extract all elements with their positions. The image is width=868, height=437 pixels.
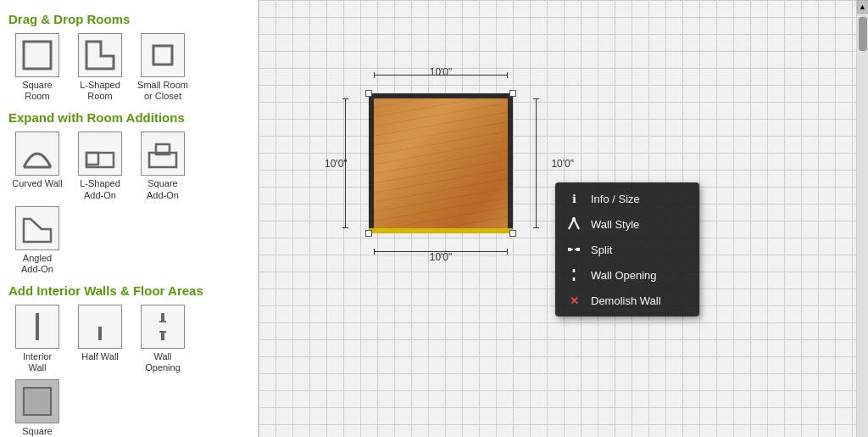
svg-rect-13: [24, 388, 51, 415]
section-drag-drop-title: Drag & Drop Rooms: [8, 12, 249, 26]
square-room-icon: [15, 33, 59, 77]
wall-opening-label: WallOpening: [145, 351, 181, 373]
small-room-icon: [141, 33, 185, 77]
sidebar-item-wall-opening[interactable]: WallOpening: [134, 305, 192, 373]
canvas-area[interactable]: 10'0" 10'0" 10'0" 10'0" ℹ Info / Size: [259, 0, 856, 437]
curved-wall-label: Curved Wall: [12, 178, 63, 189]
sidebar-item-small-room[interactable]: Small Roomor Closet: [134, 33, 192, 102]
room-border: [369, 93, 513, 233]
room-border-bottom: [369, 228, 513, 233]
square-addon-icon: [141, 132, 185, 176]
half-wall-icon: [78, 305, 122, 349]
corner-handle-tl[interactable]: [365, 90, 372, 97]
interior-wall-label: InteriorWall: [23, 351, 52, 373]
sidebar-item-lshaped-room[interactable]: L-ShapedRoom: [71, 33, 129, 102]
interior-row: InteriorWall Half Wall WallOpening: [8, 305, 249, 437]
ctx-wall-style-label: Wall Style: [591, 218, 639, 231]
lshaped-addon-label: L-ShapedAdd-On: [80, 178, 120, 200]
ctx-wall-opening[interactable]: Wall Opening: [555, 262, 699, 288]
corner-handle-bl[interactable]: [365, 230, 372, 237]
half-wall-label: Half Wall: [81, 351, 119, 362]
split-icon: [565, 241, 582, 258]
corner-handle-tr[interactable]: [509, 90, 516, 97]
context-menu: ℹ Info / Size Wall Style Split: [555, 182, 699, 317]
section-interior-title: Add Interior Walls & Floor Areas: [8, 283, 249, 298]
scrollbar-right: ▲: [856, 0, 868, 437]
lshaped-addon-icon: [78, 132, 122, 176]
room-container[interactable]: 10'0" 10'0" 10'0" 10'0": [369, 93, 513, 233]
lshaped-room-icon: [78, 33, 122, 77]
svg-point-15: [572, 217, 576, 221]
sidebar-item-floor-area[interactable]: SquareFloor Area: [8, 379, 66, 438]
square-room-label: SquareRoom: [22, 80, 52, 102]
sidebar: Drag & Drop Rooms SquareRoom L-ShapedRoo…: [0, 0, 259, 437]
ctx-info-size-label: Info / Size: [591, 193, 640, 205]
room-box[interactable]: [369, 93, 513, 233]
ctx-wall-style[interactable]: Wall Style: [555, 211, 699, 237]
ctx-split-label: Split: [591, 244, 612, 256]
rooms-row: SquareRoom L-ShapedRoom Small Roomor Clo…: [8, 33, 249, 102]
wall-opening-icon: [141, 305, 185, 349]
section-expand-title: Expand with Room Additions: [8, 110, 249, 125]
dim-label-bottom: 10'0": [430, 251, 453, 263]
svg-rect-4: [86, 153, 98, 165]
angled-addon-icon: [15, 206, 59, 250]
sidebar-item-lshaped-addon[interactable]: L-ShapedAdd-On: [71, 132, 129, 200]
ctx-demolish-label: Demolish Wall: [591, 294, 661, 307]
wall-opening-ctx-icon: [565, 266, 582, 283]
svg-rect-17: [576, 248, 580, 251]
sidebar-item-square-room[interactable]: SquareRoom: [8, 33, 66, 102]
svg-rect-16: [568, 248, 571, 251]
sidebar-item-curved-wall[interactable]: Curved Wall: [8, 132, 66, 200]
dim-label-right: 10'0": [551, 158, 574, 170]
angled-addon-label: AngledAdd-On: [21, 253, 53, 275]
ctx-demolish-wall[interactable]: ✕ Demolish Wall: [555, 288, 699, 313]
square-addon-label: SquareAdd-On: [147, 178, 179, 200]
demolish-icon: ✕: [565, 292, 582, 309]
info-icon: ℹ: [565, 190, 582, 207]
dim-label-left: 10'0": [325, 158, 348, 170]
ctx-wall-opening-label: Wall Opening: [591, 269, 657, 282]
sidebar-item-interior-wall[interactable]: InteriorWall: [8, 305, 66, 373]
curved-wall-icon: [15, 132, 59, 176]
dim-label-top: 10'0": [430, 66, 453, 78]
lshaped-room-label: L-ShapedRoom: [80, 80, 120, 102]
dim-line-right: [536, 98, 537, 228]
ctx-split[interactable]: Split: [555, 237, 699, 262]
floor-area-label: SquareFloor Area: [16, 426, 59, 438]
small-room-label: Small Roomor Closet: [137, 80, 188, 102]
sidebar-item-angled-addon[interactable]: AngledAdd-On: [8, 206, 66, 275]
scroll-up-arrow[interactable]: ▲: [857, 0, 869, 14]
svg-rect-1: [153, 46, 172, 64]
additions-row: Curved Wall L-ShapedAdd-On SquareAdd-On: [8, 132, 249, 275]
svg-rect-0: [24, 42, 51, 69]
ctx-info-size[interactable]: ℹ Info / Size: [555, 186, 699, 211]
interior-wall-icon: [15, 305, 59, 349]
sidebar-item-square-addon[interactable]: SquareAdd-On: [134, 132, 192, 200]
floor-area-icon: [15, 379, 59, 423]
wall-style-icon: [565, 216, 582, 233]
corner-handle-br[interactable]: [509, 230, 516, 237]
scroll-thumb[interactable]: [859, 17, 867, 51]
sidebar-item-half-wall[interactable]: Half Wall: [71, 305, 129, 373]
